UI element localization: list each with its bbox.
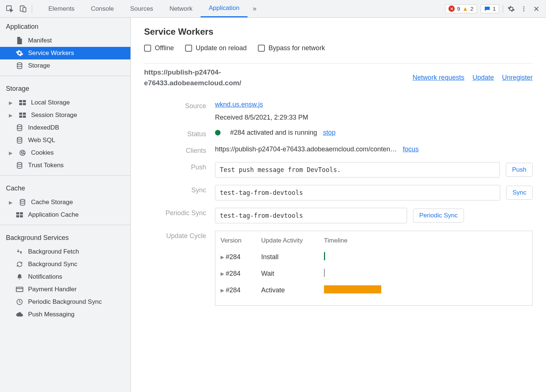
svg-point-16 bbox=[17, 137, 22, 139]
sidebar-item-trust-tokens[interactable]: Trust Tokens bbox=[0, 159, 130, 172]
panel-tabs: Elements Console Sources Network Applica… bbox=[40, 0, 262, 17]
offline-checkbox[interactable]: Offline bbox=[144, 44, 174, 52]
svg-rect-14 bbox=[23, 116, 26, 118]
sidebar-item-service-workers[interactable]: Service Workers bbox=[0, 47, 130, 59]
periodic-sync-input[interactable] bbox=[215, 208, 407, 223]
svg-rect-2 bbox=[23, 7, 26, 12]
network-requests-link[interactable]: Network requests bbox=[413, 74, 464, 82]
error-icon: ✕ bbox=[448, 6, 455, 12]
focus-link[interactable]: focus bbox=[403, 145, 419, 153]
cloud-icon bbox=[16, 310, 24, 319]
more-menu-icon[interactable] bbox=[519, 4, 528, 13]
cycle-row[interactable]: ▶#284 Wait bbox=[221, 265, 527, 282]
svg-point-6 bbox=[17, 63, 22, 65]
sidebar-item-background-sync[interactable]: Background Sync bbox=[0, 258, 130, 271]
database-icon bbox=[16, 136, 24, 144]
section-cache: Cache bbox=[0, 179, 130, 196]
update-on-reload-checkbox[interactable]: Update on reload bbox=[185, 44, 247, 52]
sidebar-item-notifications[interactable]: Notifications bbox=[0, 271, 130, 283]
document-icon bbox=[16, 37, 24, 45]
clock-icon bbox=[16, 298, 24, 306]
divider bbox=[0, 175, 130, 176]
options-row: Offline Update on reload Bypass for netw… bbox=[144, 44, 533, 59]
sidebar-item-session-storage[interactable]: ▶ Session Storage bbox=[0, 109, 130, 121]
push-button[interactable]: Push bbox=[506, 163, 533, 177]
feedback-count: 1 bbox=[493, 6, 496, 12]
sidebar-item-payment-handler[interactable]: Payment Handler bbox=[0, 283, 130, 296]
sidebar-item-local-storage[interactable]: ▶ Local Storage bbox=[0, 96, 130, 109]
tab-sources[interactable]: Sources bbox=[122, 0, 161, 17]
cycle-col-timeline: Timeline bbox=[324, 237, 389, 244]
status-indicator-icon bbox=[215, 130, 221, 135]
svg-point-22 bbox=[17, 162, 22, 164]
cycle-row[interactable]: ▶#284 Install bbox=[221, 249, 527, 265]
tabs-overflow-icon[interactable]: » bbox=[248, 5, 262, 13]
sidebar-item-storage[interactable]: Storage bbox=[0, 59, 130, 72]
sync-input[interactable] bbox=[215, 185, 500, 200]
client-url: https://publish-p24704-e76433.adobeaemcl… bbox=[215, 145, 397, 153]
svg-rect-25 bbox=[20, 212, 23, 214]
section-application: Application bbox=[0, 18, 130, 34]
tab-network[interactable]: Network bbox=[161, 0, 201, 17]
sidebar-label: Cache Storage bbox=[31, 199, 73, 206]
chevron-right-icon: ▶ bbox=[9, 200, 14, 205]
origin-row: https://publish-p24704-e76433.adobeaemcl… bbox=[144, 63, 533, 97]
grid-icon bbox=[18, 111, 27, 119]
warning-icon: ▲ bbox=[462, 6, 468, 12]
status-label: Status bbox=[144, 129, 215, 138]
sidebar-item-websql[interactable]: Web SQL bbox=[0, 134, 130, 147]
tab-application[interactable]: Application bbox=[201, 0, 248, 17]
update-cycle-table: Version Update Activity Timeline ▶#284 I… bbox=[215, 231, 533, 306]
svg-point-19 bbox=[23, 151, 24, 152]
devtools-toolbar: Elements Console Sources Network Applica… bbox=[0, 0, 546, 18]
sidebar-label: IndexedDB bbox=[28, 124, 59, 131]
device-toggle-icon[interactable] bbox=[18, 4, 27, 13]
push-input[interactable] bbox=[215, 162, 500, 178]
source-label: Source bbox=[144, 101, 215, 110]
svg-rect-26 bbox=[16, 215, 19, 217]
update-cycle-label: Update Cycle bbox=[144, 231, 215, 240]
sidebar-item-periodic-background-sync[interactable]: Periodic Background Sync bbox=[0, 296, 130, 308]
sidebar-label: Application Cache bbox=[28, 211, 79, 219]
sidebar-label: Local Storage bbox=[31, 99, 70, 106]
periodic-sync-button[interactable]: Periodic Sync bbox=[413, 209, 464, 223]
feedback-badge[interactable]: 1 bbox=[481, 4, 499, 13]
divider bbox=[0, 76, 130, 76]
bypass-network-checkbox[interactable]: Bypass for network bbox=[258, 44, 325, 52]
warning-count: 2 bbox=[470, 6, 473, 12]
svg-point-5 bbox=[523, 10, 525, 11]
inspect-element-icon[interactable] bbox=[5, 4, 14, 13]
issues-badge[interactable]: ✕ 9 ▲ 2 bbox=[445, 4, 477, 13]
error-count: 9 bbox=[457, 6, 460, 12]
update-link[interactable]: Update bbox=[472, 74, 494, 82]
sidebar-item-indexeddb[interactable]: IndexedDB bbox=[0, 121, 130, 134]
sidebar-item-manifest[interactable]: Manifest bbox=[0, 34, 130, 47]
divider bbox=[503, 5, 503, 13]
database-icon bbox=[18, 198, 27, 206]
sidebar-item-cookies[interactable]: ▶ Cookies bbox=[0, 147, 130, 159]
cycle-row[interactable]: ▶#284 Activate bbox=[221, 282, 527, 299]
chevron-right-icon: ▶ bbox=[221, 288, 224, 293]
svg-point-20 bbox=[22, 154, 23, 154]
sidebar-item-application-cache[interactable]: Application Cache bbox=[0, 209, 130, 221]
close-icon[interactable] bbox=[532, 4, 541, 13]
sync-button[interactable]: Sync bbox=[506, 186, 533, 200]
sidebar-label: Service Workers bbox=[28, 49, 74, 57]
database-icon bbox=[16, 161, 24, 169]
unregister-link[interactable]: Unregister bbox=[502, 74, 533, 82]
received-text: Received 8/5/2021, 2:29:33 PM bbox=[215, 114, 533, 121]
svg-point-18 bbox=[21, 152, 22, 152]
grid-icon bbox=[18, 99, 27, 107]
sidebar-item-background-fetch[interactable]: Background Fetch bbox=[0, 245, 130, 258]
sidebar-item-cache-storage[interactable]: ▶ Cache Storage bbox=[0, 196, 130, 209]
settings-icon[interactable] bbox=[507, 4, 516, 13]
panel-title: Service Workers bbox=[144, 27, 533, 37]
tab-console[interactable]: Console bbox=[83, 0, 122, 17]
stop-link[interactable]: stop bbox=[323, 129, 335, 137]
feedback-icon bbox=[484, 6, 491, 12]
source-link[interactable]: wknd.us.ensw.js bbox=[215, 101, 533, 109]
sidebar-label: Periodic Background Sync bbox=[28, 298, 102, 306]
tab-elements[interactable]: Elements bbox=[40, 0, 83, 17]
sidebar-item-push-messaging[interactable]: Push Messaging bbox=[0, 308, 130, 321]
chevron-right-icon: ▶ bbox=[9, 150, 14, 156]
